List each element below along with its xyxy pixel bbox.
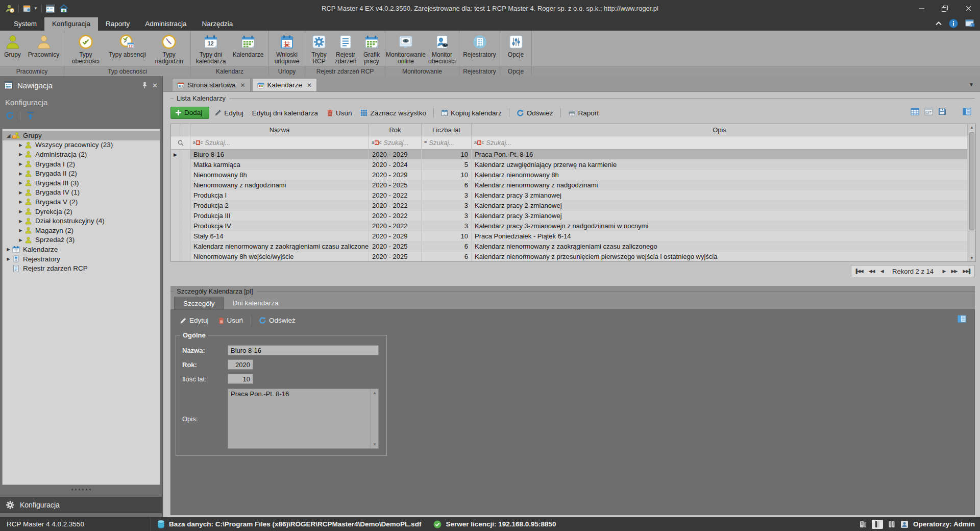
ribbon-button-typy-nadgodzin[interactable]: Typy nadgodzin	[148, 32, 190, 65]
cell-opis[interactable]: Kalendarz pracy 3-zmianowej	[472, 211, 968, 221]
ribbon-button-tryby-rcp[interactable]: Tryby RCP	[307, 32, 331, 65]
table-row[interactable]: Nienormowany 8h2020 - 202910Kalendarz ni…	[171, 170, 968, 180]
cell-opis[interactable]: Kalendarz nienormowany 8h	[472, 170, 968, 180]
collapsed-arrow-icon[interactable]: ▶	[17, 171, 24, 176]
table-row[interactable]: Produkcja 22020 - 20223Kalendarz pracy 2…	[171, 201, 968, 211]
cell-liczba-lat[interactable]: 10	[422, 231, 472, 242]
table-row[interactable]: Nienormowany 8h wejście/wyjście2020 - 20…	[171, 252, 968, 261]
cell-opis[interactable]: Kalendarz pracy 3-zmianowejn z nadgodzii…	[472, 221, 968, 231]
collapsed-arrow-icon[interactable]: ▶	[17, 190, 24, 195]
row-header[interactable]	[180, 150, 190, 160]
column-header-nazwa[interactable]: Nazwa	[190, 124, 369, 136]
edytuj-dni-kalendarza-button[interactable]: Edytuj dni kalendarza	[249, 107, 322, 119]
close-tab-icon[interactable]: ✕	[307, 82, 312, 89]
table-row[interactable]: Kalendarz nienormowany z zaokrągleniami …	[171, 242, 968, 252]
close-tab-icon[interactable]: ✕	[240, 82, 246, 89]
collapsed-arrow-icon[interactable]: ▶	[5, 247, 12, 252]
ribbon-button-typy-dni-kalendarza[interactable]: 12 Typy dni kalendarza	[192, 32, 229, 65]
tab-narzedzia[interactable]: Narzędzia	[194, 17, 240, 31]
tree-item[interactable]: ▶Brygada I (2)	[3, 159, 160, 169]
card-reader-icon[interactable]	[888, 520, 896, 528]
cell-liczba-lat[interactable]: 5	[422, 160, 472, 170]
row-header[interactable]	[180, 190, 190, 201]
row-header[interactable]	[180, 252, 190, 261]
cell-liczba-lat[interactable]: 3	[422, 211, 472, 221]
tab-raporty[interactable]: Raporty	[98, 17, 137, 31]
table-row[interactable]: Nienormowany z nadgodzinami2020 - 20256K…	[171, 180, 968, 190]
tree-item[interactable]: ▶Rejestratory	[3, 254, 160, 264]
next-page-button[interactable]: ▶▶	[948, 269, 960, 274]
cell-nazwa[interactable]: Produkcja IV	[190, 221, 369, 231]
cell-nazwa[interactable]: Produkcja III	[190, 211, 369, 221]
cell-rok[interactable]: 2020 - 2025	[369, 180, 422, 190]
cell-nazwa[interactable]: Nienormowany z nadgodzinami	[190, 180, 369, 190]
collapsed-arrow-icon[interactable]: ▶	[17, 180, 24, 185]
next-record-button[interactable]: ▶	[940, 269, 948, 274]
collapsed-arrow-icon[interactable]: ▶	[5, 256, 12, 261]
cell-opis[interactable]: Praca Poniedziałek - Piątek 6-14	[472, 231, 968, 242]
tree-item[interactable]: ▶Administracja (2)	[3, 150, 160, 159]
cell-rok[interactable]: 2020 - 2029	[369, 150, 422, 160]
cell-liczba-lat[interactable]: 10	[422, 170, 472, 180]
ribbon-button-kalendarze[interactable]: Kalendarze	[229, 32, 267, 58]
cell-nazwa[interactable]: Produkcja 2	[190, 201, 369, 211]
row-header[interactable]	[180, 170, 190, 180]
collapsed-arrow-icon[interactable]: ▶	[17, 237, 24, 243]
tab-administracja[interactable]: Administracja	[137, 17, 194, 31]
cell-liczba-lat[interactable]: 6	[422, 242, 472, 252]
tree-item[interactable]: ▶Brygada IV (1)	[3, 188, 160, 198]
collapsed-arrow-icon[interactable]: ▶	[17, 161, 24, 166]
ribbon-button-monitorowanie-online[interactable]: Monitorowanie online	[386, 32, 426, 65]
raport-button[interactable]: Raport	[565, 107, 603, 119]
last-record-button[interactable]: ▶▶▌	[960, 269, 974, 274]
doc-tab-kalendarze[interactable]: Kalendarze ✕	[252, 78, 317, 91]
grid-view-icon[interactable]	[911, 108, 919, 115]
cell-opis[interactable]: Kalendarz pracy 3 zmianowej	[472, 190, 968, 201]
navigation-panel-icon[interactable]	[45, 4, 55, 13]
help-icon[interactable]	[949, 19, 958, 28]
nazwa-field[interactable]	[228, 345, 379, 355]
ribbon-button-rejestratory[interactable]: Rejestratory	[460, 32, 499, 58]
cell-opis[interactable]: Kalendarz uzwględniający przerwę na karm…	[472, 160, 968, 170]
cell-rok[interactable]: 2020 - 2022	[369, 211, 422, 221]
tree-item[interactable]: ▶Sprzedaż (3)	[3, 235, 160, 245]
tree-item[interactable]: ▶Brygada II (2)	[3, 168, 160, 178]
collapsed-arrow-icon[interactable]: ▶	[17, 199, 24, 204]
column-header-rok[interactable]: Rok	[369, 124, 422, 136]
restore-button[interactable]	[933, 0, 957, 17]
usun-button[interactable]: Usuń	[323, 107, 356, 119]
sidebar-splitter[interactable]	[70, 489, 92, 491]
collapsed-arrow-icon[interactable]: ▶	[17, 219, 24, 224]
close-sidebar-icon[interactable]: ✕	[152, 82, 158, 89]
row-header[interactable]	[180, 211, 190, 221]
row-header[interactable]	[180, 201, 190, 211]
cell-nazwa[interactable]: Biuro 8-16	[190, 150, 369, 160]
ribbon-button-grafik-pracy[interactable]: Grafik pracy	[360, 32, 383, 65]
tab-szczegoly[interactable]: Szczegóły	[174, 297, 224, 310]
opis-field[interactable]: Praca Pon.-Pt. 8-16	[228, 389, 371, 448]
tree-item[interactable]: ▶Brygada V (2)	[3, 197, 160, 207]
customize-panel-icon[interactable]	[963, 108, 971, 115]
vertical-scrollbar[interactable]: ▲ ▼	[968, 124, 975, 261]
ribbon-button-rejestr-zdarzen[interactable]: Rejestr zdarzeń	[331, 32, 360, 65]
cell-liczba-lat[interactable]: 6	[422, 180, 472, 190]
ribbon-button-grupy[interactable]: Grupy	[1, 32, 24, 58]
first-record-button[interactable]: ▐◀◀	[851, 269, 866, 274]
cell-liczba-lat[interactable]: 10	[422, 150, 472, 160]
cell-rok[interactable]: 2020 - 2029	[369, 170, 422, 180]
tab-konfiguracja[interactable]: Konfiguracja	[44, 17, 98, 31]
cell-nazwa[interactable]: Produkcja I	[190, 190, 369, 201]
tab-system[interactable]: System	[6, 17, 44, 31]
ribbon-button-typy-absencji[interactable]: 12 Typy absencji	[107, 32, 148, 58]
filter-nazwa[interactable]: aBcSzukaj...	[190, 136, 369, 150]
window-layout-icon[interactable]	[965, 19, 975, 28]
collapsed-arrow-icon[interactable]: ▶	[17, 142, 24, 148]
collapsed-arrow-icon[interactable]: ▶	[17, 209, 24, 214]
table-row[interactable]: ▶Biuro 8-162020 - 202910Praca Pon.-Pt. 8…	[171, 150, 968, 160]
scroll-up-icon[interactable]: ▲	[970, 125, 974, 130]
cell-liczba-lat[interactable]: 3	[422, 201, 472, 211]
cell-opis[interactable]: Kalendarz nienormowany z nadgodzinami	[472, 180, 968, 190]
prev-page-button[interactable]: ◀◀	[866, 269, 877, 274]
home-icon[interactable]	[59, 4, 69, 13]
cell-opis[interactable]: Kalendarz nienormowany z przesunięciem p…	[472, 252, 968, 261]
